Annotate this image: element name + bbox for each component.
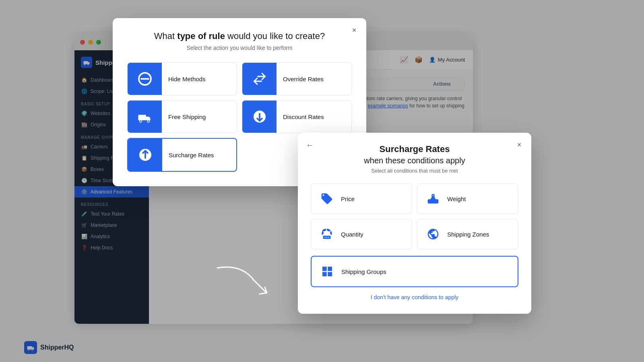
price-icon [318,190,335,207]
shipping-zones-label: Shipping Zones [447,231,489,238]
modal1-close-button[interactable]: × [349,25,360,36]
weight-label: Weight [447,195,466,202]
price-label: Price [341,195,355,202]
condition-card-price[interactable]: Price [311,183,412,214]
condition-card-quantity[interactable]: Quantity [311,219,412,249]
modal2-close-button[interactable]: × [514,139,525,150]
modal2-back-button[interactable]: ← [304,139,316,150]
modal-surcharge-conditions: ← × Surcharge Rates when these condition… [298,133,531,314]
weight-icon [425,190,442,207]
discount-rates-label: Discount Rates [283,113,329,120]
override-rates-icon [242,63,277,95]
rule-card-hide-methods[interactable]: Hide Methods [127,62,237,95]
quantity-label: Quantity [341,231,363,238]
no-conditions-section: I don't have any conditions to apply [311,294,518,301]
svg-point-7 [139,120,141,122]
discount-rates-icon [242,101,277,133]
shipping-groups-label: Shipping Groups [341,268,386,275]
modal1-subtitle: Select the action you would like to perf… [127,45,352,51]
free-shipping-icon [128,101,162,133]
rule-card-override-rates[interactable]: Override Rates [242,62,352,95]
hide-methods-icon [128,63,162,95]
modal2-description: Select all conditions that must be met [311,168,518,174]
hide-methods-label: Hide Methods [168,76,211,82]
surcharge-rates-icon [128,139,162,171]
condition-grid: Price Weight Quantity [311,183,518,249]
shipping-groups-icon [319,263,336,280]
shipping-zones-icon [425,226,442,243]
condition-card-shipping-groups[interactable]: Shipping Groups [311,256,518,287]
modal2-subtitle: when these conditions apply [311,156,518,165]
svg-rect-6 [138,115,146,121]
svg-point-8 [147,120,149,122]
quantity-icon [318,226,335,243]
modal2-title: Surcharge Rates [311,144,518,154]
rule-card-surcharge-rates[interactable]: Surcharge Rates [127,138,237,172]
free-shipping-label: Free Shipping [168,113,211,120]
no-conditions-link[interactable]: I don't have any conditions to apply [371,294,458,300]
override-rates-label: Override Rates [283,76,328,82]
condition-card-shipping-zones[interactable]: Shipping Zones [417,219,518,249]
condition-card-weight[interactable]: Weight [417,183,518,214]
rule-card-free-shipping[interactable]: Free Shipping [127,100,237,133]
rule-card-discount-rates[interactable]: Discount Rates [242,100,352,133]
modal1-title: What type of rule would you like to crea… [127,31,352,41]
surcharge-rates-label: Surcharge Rates [169,152,219,158]
